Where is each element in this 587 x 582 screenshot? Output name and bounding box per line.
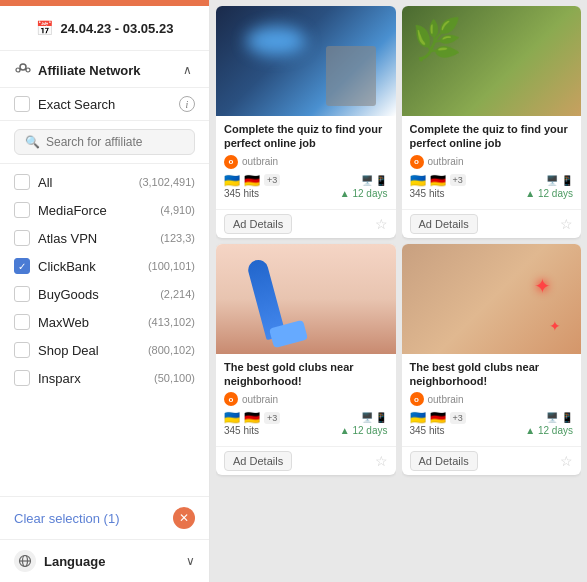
affiliate-count: (4,910)	[160, 204, 195, 216]
shopdeal-checkbox[interactable]	[14, 342, 30, 358]
ad-image-ear	[402, 244, 582, 354]
ad-details-button[interactable]: Ad Details	[224, 451, 292, 471]
hits-row: 345 hits ▲ 12 days	[410, 188, 574, 199]
list-item[interactable]: Shop Deal (800,102)	[0, 336, 209, 364]
atlasvpn-checkbox[interactable]	[14, 230, 30, 246]
days-count: ▲ 12 days	[525, 188, 573, 199]
ad-column-1: Complete the quiz to find your perfect o…	[216, 6, 396, 576]
mediaforce-checkbox[interactable]	[14, 202, 30, 218]
ad-column-2: Complete the quiz to find your perfect o…	[402, 6, 582, 576]
ad-image-herbs	[402, 6, 582, 116]
star-icon[interactable]: ☆	[560, 453, 573, 469]
clear-selection-button[interactable]: Clear selection (1)	[14, 511, 120, 526]
ad-meta: o outbrain	[410, 392, 574, 406]
plus-badge: +3	[264, 412, 280, 424]
affiliate-name: ClickBank	[38, 259, 140, 274]
affiliate-name: BuyGoods	[38, 287, 152, 302]
ad-details-button[interactable]: Ad Details	[410, 214, 478, 234]
right-panel: Complete the quiz to find your perfect o…	[210, 0, 587, 582]
ad-source: outbrain	[242, 394, 278, 405]
days-count: ▲ 12 days	[340, 425, 388, 436]
affiliate-network-header: Affiliate Network ∧	[0, 51, 209, 88]
language-row[interactable]: Language ∨	[0, 539, 209, 582]
hits-count: 345 hits	[410, 188, 445, 199]
date-range[interactable]: 📅 24.04.23 - 03.05.23	[0, 6, 209, 51]
language-label: Language	[44, 554, 105, 569]
outbrain-logo: o	[224, 155, 238, 169]
search-input-wrap[interactable]: 🔍	[14, 129, 195, 155]
ad-card: Complete the quiz to find your perfect o…	[216, 6, 396, 238]
affiliate-name: Insparx	[38, 371, 146, 386]
outbrain-logo: o	[410, 392, 424, 406]
chevron-down-icon: ∨	[186, 554, 195, 568]
ad-details-button[interactable]: Ad Details	[410, 451, 478, 471]
affiliate-count: (800,102)	[148, 344, 195, 356]
language-left: Language	[14, 550, 105, 572]
ad-card: Complete the quiz to find your perfect o…	[402, 6, 582, 238]
list-item[interactable]: Insparx (50,100)	[0, 364, 209, 392]
ad-body: The best gold clubs near neighborhood! o…	[216, 354, 396, 447]
affiliate-name: MediaForce	[38, 203, 152, 218]
stats-row: 🇺🇦 🇩🇪 +3 🖥️ 📱	[410, 173, 574, 188]
svg-line-3	[20, 69, 22, 70]
stats-row: 🇺🇦 🇩🇪 +3 🖥️ 📱	[410, 410, 574, 425]
affiliate-count: (3,102,491)	[139, 176, 195, 188]
star-icon[interactable]: ☆	[375, 453, 388, 469]
exact-search-label: Exact Search	[38, 97, 171, 112]
clear-icon[interactable]: ✕	[173, 507, 195, 529]
language-icon	[14, 550, 36, 572]
affiliate-name: All	[38, 175, 131, 190]
section-title: Affiliate Network	[38, 63, 141, 78]
hits-count: 345 hits	[224, 425, 259, 436]
ad-body: Complete the quiz to find your perfect o…	[402, 116, 582, 209]
outbrain-logo: o	[410, 155, 424, 169]
ad-image-toothbrush	[216, 244, 396, 354]
plus-badge: +3	[264, 174, 280, 186]
list-item[interactable]: Atlas VPN (123,3)	[0, 224, 209, 252]
insparx-checkbox[interactable]	[14, 370, 30, 386]
list-item[interactable]: MediaForce (4,910)	[0, 196, 209, 224]
star-icon[interactable]: ☆	[375, 216, 388, 232]
ad-details-button[interactable]: Ad Details	[224, 214, 292, 234]
affiliate-count: (123,3)	[160, 232, 195, 244]
clear-selection-row: Clear selection (1) ✕	[0, 496, 209, 539]
star-icon[interactable]: ☆	[560, 216, 573, 232]
ad-image-dental	[216, 6, 396, 116]
ad-footer: Ad Details ☆	[402, 209, 582, 238]
ad-footer: Ad Details ☆	[402, 446, 582, 475]
exact-search-checkbox[interactable]	[14, 96, 30, 112]
ad-meta: o outbrain	[224, 392, 388, 406]
search-input[interactable]	[46, 135, 184, 149]
outbrain-logo: o	[224, 392, 238, 406]
hits-count: 345 hits	[410, 425, 445, 436]
list-item[interactable]: ClickBank (100,101)	[0, 252, 209, 280]
left-panel: 📅 24.04.23 - 03.05.23 Affiliate Network …	[0, 0, 210, 582]
chevron-up-icon[interactable]: ∧	[179, 62, 195, 78]
search-icon: 🔍	[25, 135, 40, 149]
ad-meta: o outbrain	[410, 155, 574, 169]
ad-meta: o outbrain	[224, 155, 388, 169]
affiliate-name: Atlas VPN	[38, 231, 152, 246]
affiliate-count: (50,100)	[154, 372, 195, 384]
ad-body: The best gold clubs near neighborhood! o…	[402, 354, 582, 447]
info-icon[interactable]: i	[179, 96, 195, 112]
clickbank-checkbox[interactable]	[14, 258, 30, 274]
exact-search-row[interactable]: Exact Search i	[0, 88, 209, 121]
maxweb-checkbox[interactable]	[14, 314, 30, 330]
affiliate-name: Shop Deal	[38, 343, 140, 358]
ad-card: The best gold clubs near neighborhood! o…	[402, 244, 582, 476]
calendar-icon: 📅	[36, 20, 53, 36]
list-item[interactable]: BuyGoods (2,214)	[0, 280, 209, 308]
ad-title: The best gold clubs near neighborhood!	[410, 360, 574, 389]
section-header-left: Affiliate Network	[14, 61, 141, 79]
hits-count: 345 hits	[224, 188, 259, 199]
affiliate-count: (413,102)	[148, 316, 195, 328]
list-item[interactable]: MaxWeb (413,102)	[0, 308, 209, 336]
hits-row: 345 hits ▲ 12 days	[410, 425, 574, 436]
ad-card: The best gold clubs near neighborhood! o…	[216, 244, 396, 476]
svg-line-4	[25, 69, 27, 70]
all-checkbox[interactable]	[14, 174, 30, 190]
buygoods-checkbox[interactable]	[14, 286, 30, 302]
affiliate-name: MaxWeb	[38, 315, 140, 330]
list-item[interactable]: All (3,102,491)	[0, 168, 209, 196]
